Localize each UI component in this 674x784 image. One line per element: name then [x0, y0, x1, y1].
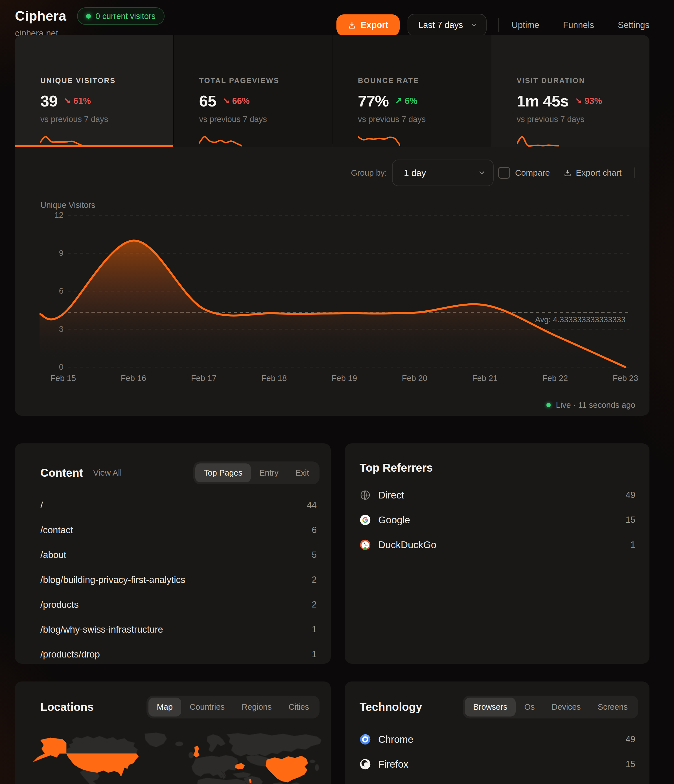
download-icon	[348, 21, 356, 30]
locations-header: Locations MapCountriesRegionsCities	[15, 681, 331, 719]
group-by-value: 1 day	[404, 168, 426, 178]
x-tick: Feb 21	[462, 373, 508, 383]
date-range-dropdown[interactable]: Last 7 days	[408, 14, 487, 36]
stat-comparison-label: vs previous 7 days	[40, 115, 162, 124]
stat-label: BOUNCE RATE	[358, 76, 480, 85]
content-tab-exit[interactable]: Exit	[287, 464, 318, 482]
content-title: Content	[40, 467, 83, 479]
compare-checkbox[interactable]	[498, 167, 510, 179]
referrer-name: DuckDuckGo	[378, 539, 436, 551]
locations-card: Locations MapCountriesRegionsCities	[15, 681, 331, 784]
export-chart-button[interactable]: Export chart	[563, 168, 621, 177]
content-tab-entry[interactable]: Entry	[251, 464, 287, 482]
nav-funnels[interactable]: Funnels	[563, 20, 594, 30]
header: Ciphera 0 current visitors ciphera.net E…	[0, 0, 674, 35]
locations-tab-cities[interactable]: Cities	[280, 698, 318, 717]
stat-comparison-label: vs previous 7 days	[517, 115, 638, 124]
globe-icon	[360, 490, 371, 501]
technology-tab-os[interactable]: Os	[516, 698, 543, 717]
live-status-label: Live · 11 seconds ago	[556, 400, 635, 410]
content-row[interactable]: /blog/why-swiss-infrastructure 1	[15, 617, 331, 642]
chart-controls: Group by: 1 day Compare Export chart	[351, 160, 635, 186]
technology-list: Chrome 49 Firefox 15	[345, 727, 649, 784]
technology-title: Technology	[360, 701, 422, 713]
header-actions: Export Last 7 days UptimeFunnelsSettings	[337, 14, 649, 36]
view-all-link[interactable]: View All	[93, 468, 122, 478]
technology-row[interactable]: Chrome 49	[345, 727, 649, 752]
page-count: 44	[307, 500, 317, 510]
technology-card: Technology BrowsersOsDevicesScreens Chro…	[345, 681, 649, 784]
stat-label: TOTAL PAGEVIEWS	[199, 76, 321, 85]
average-annotation: Avg: 4.333333333333333	[535, 315, 626, 324]
content-row[interactable]: /products 2	[15, 592, 331, 617]
stat-tab-total-pageviews[interactable]: TOTAL PAGEVIEWS 65 ↘ 66% vs previous 7 d…	[174, 35, 332, 147]
live-dot-icon	[86, 14, 91, 19]
content-tabs: Top PagesEntryExit	[193, 462, 320, 484]
nav-uptime[interactable]: Uptime	[511, 20, 539, 30]
current-visitors-badge[interactable]: 0 current visitors	[77, 7, 165, 25]
content-list: / 44 /contact 6 /about 5 /blog/building-…	[15, 493, 331, 664]
stat-tab-unique-visitors[interactable]: UNIQUE VISITORS 39 ↘ 61% vs previous 7 d…	[15, 35, 173, 147]
technology-row[interactable]	[345, 777, 649, 784]
referrer-name: Google	[378, 514, 410, 526]
stats-row: UNIQUE VISITORS 39 ↘ 61% vs previous 7 d…	[15, 35, 649, 144]
technology-tab-screens[interactable]: Screens	[589, 698, 636, 717]
stat-label: VISIT DURATION	[517, 76, 638, 85]
referrer-row[interactable]: Direct 49	[345, 483, 649, 507]
locations-tabs: MapCountriesRegionsCities	[146, 695, 320, 719]
technology-tabs: BrowsersOsDevicesScreens	[463, 695, 638, 719]
current-visitors-label: 0 current visitors	[95, 12, 155, 21]
chevron-down-icon	[478, 169, 486, 177]
site-identity: Ciphera 0 current visitors ciphera.net	[15, 7, 165, 39]
content-row[interactable]: /about 5	[15, 543, 331, 568]
content-card: Content View All Top PagesEntryExit / 44…	[15, 443, 331, 664]
date-range-value: Last 7 days	[418, 20, 463, 30]
referrer-row[interactable]: DuckDuckGo 1	[345, 532, 649, 557]
locations-tab-map[interactable]: Map	[149, 698, 181, 717]
content-row[interactable]: /blog/building-privacy-first-analytics 2	[15, 568, 331, 592]
referrer-row[interactable]: Google 15	[345, 507, 649, 532]
stat-tab-bounce-rate[interactable]: BOUNCE RATE 77% ↗ 6% vs previous 7 days	[332, 35, 491, 147]
export-button-label: Export	[361, 20, 388, 30]
world-map[interactable]	[23, 731, 323, 784]
technology-name: Chrome	[378, 734, 413, 745]
technology-tab-devices[interactable]: Devices	[543, 698, 589, 717]
content-row[interactable]: /products/drop 1	[15, 642, 331, 664]
firefox-icon	[360, 759, 371, 770]
content-row[interactable]: /contact 6	[15, 518, 331, 543]
nav-settings[interactable]: Settings	[618, 20, 649, 30]
page-path: /blog/why-swiss-infrastructure	[40, 624, 163, 635]
page-count: 6	[312, 525, 317, 535]
page-count: 5	[312, 550, 317, 560]
technology-tab-browsers[interactable]: Browsers	[465, 698, 516, 717]
technology-header: Technology BrowsersOsDevicesScreens	[345, 681, 649, 719]
content-tab-top-pages[interactable]: Top Pages	[195, 464, 251, 482]
technology-count: 15	[626, 759, 635, 769]
locations-tab-countries[interactable]: Countries	[181, 698, 233, 717]
referrer-count: 1	[631, 540, 635, 550]
download-icon	[563, 169, 572, 177]
chart-series-label: Unique Visitors	[40, 201, 95, 210]
stat-value: 1m 45s	[517, 92, 569, 110]
visitors-chart-section: Group by: 1 day Compare Export chart Uni…	[15, 144, 649, 416]
page-title: Ciphera	[15, 8, 66, 24]
referrers-header: Top Referrers	[345, 443, 649, 474]
stat-tab-visit-duration[interactable]: VISIT DURATION 1m 45s ↘ 93% vs previous …	[491, 35, 650, 147]
stat-delta: ↘ 61%	[64, 96, 91, 106]
compare-label: Compare	[515, 168, 550, 177]
locations-tab-regions[interactable]: Regions	[233, 698, 280, 717]
export-button[interactable]: Export	[337, 14, 400, 36]
x-tick: Feb 17	[181, 373, 226, 383]
export-chart-label: Export chart	[576, 168, 621, 177]
group-by-dropdown[interactable]: 1 day	[392, 160, 494, 186]
referrer-name: Direct	[378, 490, 404, 501]
technology-row[interactable]: Firefox 15	[345, 752, 649, 777]
x-tick: Feb 15	[40, 373, 86, 383]
duckduckgo-icon	[360, 539, 371, 551]
referrer-count: 49	[626, 490, 635, 500]
stat-label: UNIQUE VISITORS	[40, 76, 162, 85]
x-tick: Feb 18	[252, 373, 297, 383]
live-dot-icon	[547, 403, 551, 407]
content-row[interactable]: / 44	[15, 493, 331, 518]
stat-value: 39	[40, 92, 57, 110]
